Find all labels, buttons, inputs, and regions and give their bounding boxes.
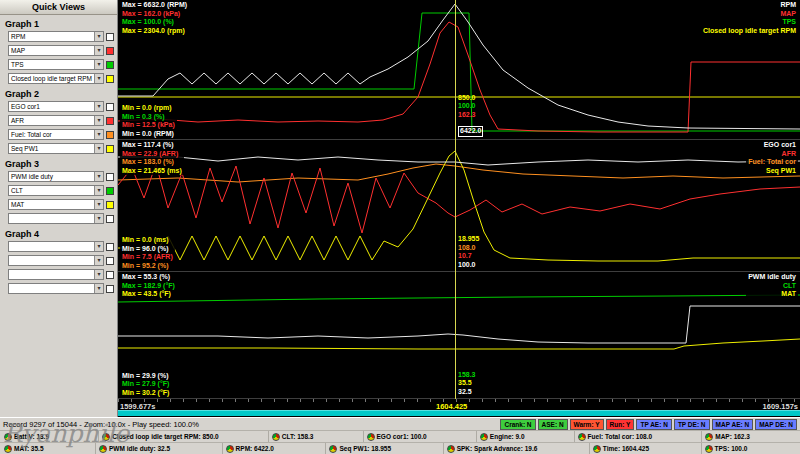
- color-swatch[interactable]: [106, 257, 114, 265]
- graph1-panel[interactable]: Max = 6632.0 (RPM) Max = 162.0 (kPa) Max…: [118, 0, 800, 140]
- select-value: EGO cor1: [11, 103, 40, 110]
- log-chart-area: Max = 6632.0 (RPM) Max = 162.0 (kPa) Max…: [118, 0, 800, 417]
- color-swatch[interactable]: [106, 201, 114, 209]
- graph1-group-label: Graph 1: [5, 19, 115, 29]
- playback-cursor-line: [455, 0, 456, 399]
- color-swatch[interactable]: [106, 61, 114, 69]
- cursor-value: 158.3: [458, 371, 476, 380]
- graph2-channel1-select[interactable]: EGO cor1▾: [8, 101, 104, 112]
- max-label: Max = 162.0 (kPa): [122, 10, 187, 19]
- status-bar: Record 9297 of 15044 - Zoom: 10.0x - Pla…: [0, 417, 800, 430]
- gauge-map: MAP: 162.3: [702, 431, 799, 442]
- graph2-channel2-select[interactable]: AFR▾: [8, 115, 104, 126]
- graph4-channel1-select[interactable]: ▾: [8, 241, 104, 252]
- gauge-engine: Engine: 9.0: [477, 431, 575, 442]
- select-value: MAT: [11, 201, 24, 208]
- graph2-group-label: Graph 2: [5, 89, 115, 99]
- color-swatch[interactable]: [106, 131, 114, 139]
- gauge-text: RPM: 6422.0: [236, 445, 274, 452]
- cursor-value: 18.955: [458, 235, 479, 244]
- gauge-text: SPK: Spark Advance: 19.6: [457, 445, 538, 452]
- graph3-channel3-select[interactable]: MAT▾: [8, 199, 104, 210]
- gauge-batt-v: Batt V: 13.9: [1, 431, 99, 442]
- gauge-text: MAP: 162.3: [715, 433, 750, 440]
- legend-item: TPS: [703, 18, 796, 27]
- graph4-channel2-select[interactable]: ▾: [8, 255, 104, 266]
- chevron-down-icon: ▾: [94, 284, 103, 293]
- cursor-value: 100.0: [458, 261, 479, 270]
- graph1-channel3-select[interactable]: TPS▾: [8, 59, 104, 70]
- color-swatch[interactable]: [106, 33, 114, 41]
- graph1-channel2-select[interactable]: MAP▾: [8, 45, 104, 56]
- flag-crank: Crank: N: [500, 419, 535, 430]
- flag-warm: Warm: Y: [570, 419, 604, 430]
- graph3-channel1-select[interactable]: PWM idle duty▾: [8, 171, 104, 182]
- time-axis[interactable]: 1599.677s 1604.425 1609.157s: [118, 399, 800, 417]
- gauge-fuel-total-cor: Fuel: Total cor: 108.0: [575, 431, 703, 442]
- graph2-channel3-select[interactable]: Fuel: Total cor▾: [8, 129, 104, 140]
- cursor-value: 108.0: [458, 244, 479, 253]
- color-swatch[interactable]: [106, 75, 114, 83]
- gauge-row-1: Batt V: 13.9 Closed loop idle target RPM…: [0, 430, 800, 442]
- gauge-text: PWM idle duty: 32.5: [109, 445, 170, 452]
- graph3-channel4-select[interactable]: ▾: [8, 213, 104, 224]
- legend-item: MAT: [748, 290, 796, 299]
- chevron-down-icon: ▾: [94, 32, 103, 41]
- color-swatch[interactable]: [106, 271, 114, 279]
- color-swatch[interactable]: [106, 103, 114, 111]
- color-swatch[interactable]: [106, 187, 114, 195]
- graph3-panel[interactable]: Max = 55.3 (%) Max = 182.9 (°F) Max = 43…: [118, 272, 800, 399]
- gauge-text: Fuel: Total cor: 108.0: [588, 433, 653, 440]
- select-value: Closed loop idle target RPM: [11, 75, 92, 82]
- playback-progress-bar[interactable]: [118, 410, 800, 416]
- gauge-time: Time: 1604.425: [590, 443, 702, 454]
- gauge-tps: TPS: 100.0: [702, 443, 799, 454]
- graph3-channel2-select[interactable]: CLT▾: [8, 185, 104, 196]
- graph4-channel3-select[interactable]: ▾: [8, 269, 104, 280]
- cursor-value: 850.0: [458, 94, 483, 103]
- graph2-panel[interactable]: Max = 117.4 (%) Max = 22.9 (AFR) Max = 1…: [118, 140, 800, 272]
- gauge-text: TPS: 100.0: [715, 445, 748, 452]
- cursor-value: 6422.0: [458, 126, 483, 137]
- legend-item: Seq PW1: [748, 167, 796, 176]
- color-swatch[interactable]: [106, 215, 114, 223]
- legend-item: AFR: [748, 150, 796, 159]
- graph4-channel4-select[interactable]: ▾: [8, 283, 104, 294]
- gauge-icon: [367, 433, 375, 441]
- select-value: Seq PW1: [11, 145, 38, 152]
- gauge-value-bar: Batt V: 13.9 Closed loop idle target RPM…: [0, 430, 800, 454]
- gauge-mat: MAT: 35.5: [1, 443, 96, 454]
- color-swatch[interactable]: [106, 285, 114, 293]
- legend-item: PWM idle duty: [748, 273, 796, 282]
- legend-item: CLT: [748, 282, 796, 291]
- gauge-ego-cor1: EGO cor1: 100.0: [364, 431, 477, 442]
- select-value: MAP: [11, 47, 25, 54]
- graph3-group-label: Graph 3: [5, 159, 115, 169]
- gauge-text: Seq PW1: 18.955: [339, 445, 391, 452]
- color-swatch[interactable]: [106, 47, 114, 55]
- graph1-channel1-select[interactable]: RPM▾: [8, 31, 104, 42]
- chevron-down-icon: ▾: [94, 270, 103, 279]
- min-label: Min = 7.5 (AFR): [122, 253, 173, 262]
- chevron-down-icon: ▾: [94, 116, 103, 125]
- color-swatch[interactable]: [106, 145, 114, 153]
- cursor-value: 32.5: [458, 388, 476, 397]
- max-label: Max = 22.9 (AFR): [122, 150, 182, 159]
- max-label: Max = 43.5 (°F): [122, 290, 175, 299]
- max-label: Max = 182.9 (°F): [122, 282, 175, 291]
- color-swatch[interactable]: [106, 117, 114, 125]
- select-value: CLT: [11, 187, 23, 194]
- color-swatch[interactable]: [106, 173, 114, 181]
- engine-flags: Crank: N ASE: N Warm: Y Run: Y TP AE: N …: [500, 419, 797, 430]
- max-label: Max = 6632.0 (RPM): [122, 1, 187, 10]
- graph2-channel4-select[interactable]: Seq PW1▾: [8, 143, 104, 154]
- sidebar-title: Quick Views: [0, 0, 117, 15]
- cursor-value: 35.5: [458, 379, 476, 388]
- color-swatch[interactable]: [106, 243, 114, 251]
- max-label: Max = 100.0 (%): [122, 18, 187, 27]
- select-value: Fuel: Total cor: [11, 131, 52, 138]
- graph1-channel4-select[interactable]: Closed loop idle target RPM▾: [8, 73, 104, 84]
- cursor-value: 10.7: [458, 252, 479, 261]
- gauge-rpm: RPM: 6422.0: [223, 443, 327, 454]
- chevron-down-icon: ▾: [94, 60, 103, 69]
